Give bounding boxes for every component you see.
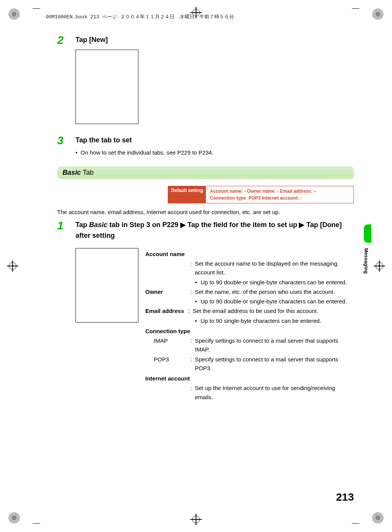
bullet-text: On how to set the individual tabs, see P… [80, 149, 214, 156]
def-desc: Specify settings to connect to a mail se… [195, 355, 354, 373]
step-3-bullet: • On how to set the individual tabs, see… [76, 149, 354, 156]
step-title: Tap the tab to set [76, 136, 132, 144]
section-heading-rest: Tab [81, 169, 94, 176]
step-number: 1 [57, 220, 76, 231]
section-heading-italic: Basic [63, 169, 81, 176]
step-2: 2 Tap [New] [57, 34, 354, 46]
def-sub: Up to 90 single-byte characters can be e… [201, 316, 321, 325]
section-side-label: Messaging [363, 248, 369, 274]
def-term: IMAP [154, 336, 190, 354]
default-setting-value: Account name: - Owner name: - Email addr… [206, 186, 320, 203]
section-heading-bar: Basic Tab [57, 166, 354, 179]
text: tab in Step 3 on P229 [108, 221, 180, 229]
crop-circle [8, 8, 20, 20]
crop-line [32, 8, 40, 9]
bullet-icon: • [76, 149, 77, 156]
def-desc: Set the email address to be used for thi… [193, 306, 354, 315]
crop-line [32, 523, 40, 524]
page-number: 213 [336, 491, 354, 503]
page-content: 2 Tap [New] 3 Tap the tab to set • On ho… [57, 34, 354, 402]
def-header: Internet account [145, 374, 354, 383]
text: Tap the field for the item to set up [186, 221, 299, 229]
crop-circle [8, 512, 20, 524]
definition-list: Account name : Set the account name to b… [145, 248, 354, 402]
crop-circle [372, 8, 384, 20]
def-term: Account name [145, 250, 354, 258]
text: Tap [76, 221, 89, 229]
crop-circle [372, 512, 384, 524]
def-term: Owner [145, 287, 190, 296]
arrow-icon: ▶ [180, 221, 186, 229]
registration-mark [190, 514, 202, 525]
screenshot-placeholder [76, 248, 138, 322]
crop-line [352, 523, 360, 524]
def-desc: Set the account name to be displayed on … [195, 259, 354, 277]
def-sub: Up to 90 double-or single-byte character… [201, 297, 347, 306]
bullet-icon: • [195, 316, 197, 325]
step-title: Tap [New] [76, 36, 108, 44]
def-desc: Set the name, etc. of the person who use… [195, 287, 354, 296]
step-number: 2 [57, 34, 76, 46]
step-1: 1 Tap Basic tab in Step 3 on P229 ▶ Tap … [57, 220, 354, 241]
page-meta-header: 00M1000EN.book 213 ページ ２００４年１１月２４日 水曜日 午… [46, 13, 234, 20]
default-setting-label: Default setting [168, 186, 206, 203]
default-setting-box: Default setting Account name: - Owner na… [168, 186, 354, 203]
def-desc: Set up the Internet account to use for s… [195, 384, 354, 401]
step-number: 3 [57, 135, 76, 146]
section-color-tab [364, 224, 371, 243]
def-term: POP3 [154, 355, 190, 373]
intro-text: The account name, email address, Interne… [57, 209, 354, 215]
def-desc: Specify settings to connect to a mail se… [195, 336, 354, 354]
step-1-title: Tap Basic tab in Step 3 on P229 ▶ Tap th… [76, 220, 354, 241]
registration-mark [374, 260, 385, 272]
def-sub: Up to 90 double-or single-byte character… [201, 278, 347, 287]
registration-mark [7, 260, 18, 272]
bullet-icon: • [195, 278, 197, 287]
def-term: Email address [145, 306, 190, 315]
step-3: 3 Tap the tab to set [57, 135, 354, 146]
text-italic: Basic [89, 221, 108, 229]
bullet-icon: • [195, 297, 197, 306]
def-header: Connection type [145, 327, 354, 335]
arrow-icon: ▶ [299, 221, 304, 229]
crop-line [352, 8, 360, 9]
screenshot-placeholder [76, 50, 138, 124]
